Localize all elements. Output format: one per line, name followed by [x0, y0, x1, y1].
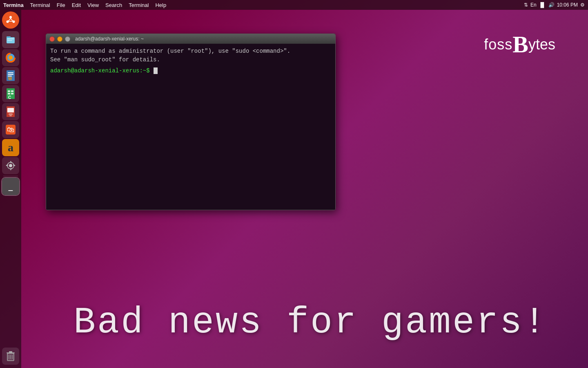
terminal-prompt-line: adarsh@adarsh-xenial-xerus:~$	[50, 67, 331, 75]
window-minimize-button[interactable]	[57, 36, 62, 42]
sidebar-divider	[3, 176, 18, 176]
menu-terminal-app[interactable]: Termina	[0, 0, 27, 10]
ubuntu-software-icon[interactable]: 🛍	[2, 121, 19, 138]
terminal-window-title: adarsh@adarsh-xenial-xerus: ~	[75, 36, 144, 42]
menu-terminal2[interactable]: Terminal	[125, 0, 152, 10]
svg-text:C: C	[8, 95, 11, 100]
battery-icon[interactable]: ▐▌	[539, 2, 546, 8]
files-icon[interactable]	[2, 31, 19, 48]
logo-foss: foss	[484, 36, 512, 53]
libreoffice-impress-icon[interactable]	[2, 103, 19, 120]
svg-text:W: W	[8, 76, 12, 81]
terminal-window[interactable]: adarsh@adarsh-xenial-xerus: ~ To run a c…	[46, 34, 336, 210]
ubuntu-logo-button[interactable]	[2, 11, 19, 29]
terminal-info-line1: To run a command as administrator (user …	[50, 47, 331, 56]
trash-icon[interactable]	[2, 348, 19, 365]
svg-rect-19	[11, 93, 13, 94]
menu-terminal[interactable]: Terminal	[27, 0, 53, 10]
svg-rect-24	[9, 115, 12, 116]
desktop-headline: Bad news for gamers!	[33, 302, 588, 343]
svg-rect-16	[8, 90, 10, 92]
language-indicator[interactable]: En	[530, 2, 537, 8]
terminal-info-line2: See "man sudo_root" for details.	[50, 56, 331, 64]
menu-items: Termina Terminal File Edit View Search T…	[0, 0, 524, 10]
svg-text:🛍: 🛍	[7, 126, 14, 134]
logo-ytes: ytes	[528, 36, 555, 53]
terminal-body[interactable]: To run a command as administrator (user …	[46, 44, 335, 210]
terminal-launcher[interactable]: _	[2, 178, 19, 195]
svg-rect-31	[9, 351, 12, 352]
logo-B: B	[512, 33, 528, 56]
trash-icon-container[interactable]	[2, 348, 19, 365]
window-close-button[interactable]	[49, 36, 55, 42]
menu-edit[interactable]: Edit	[69, 0, 84, 10]
system-tray: ⇅ En ▐▌ 🔊 10:06 PM ⚙	[524, 2, 588, 8]
svg-rect-22	[7, 108, 14, 112]
libreoffice-writer-icon[interactable]: W	[2, 67, 19, 84]
system-settings-launcher[interactable]	[2, 157, 19, 174]
menu-file[interactable]: File	[53, 0, 69, 10]
firefox-icon[interactable]	[2, 49, 19, 66]
svg-rect-18	[8, 93, 10, 94]
terminal-cursor	[154, 67, 158, 74]
svg-rect-23	[9, 114, 13, 114]
window-maximize-button[interactable]	[65, 36, 70, 42]
svg-rect-7	[7, 40, 12, 41]
menu-search[interactable]: Search	[102, 0, 125, 10]
terminal-titlebar: adarsh@adarsh-xenial-xerus: ~	[46, 34, 335, 44]
top-menu-bar: Termina Terminal File Edit View Search T…	[0, 0, 588, 10]
svg-point-9	[9, 56, 13, 60]
menu-help[interactable]: Help	[152, 0, 169, 10]
svg-rect-17	[11, 90, 13, 92]
amazon-label: a	[8, 141, 13, 154]
libreoffice-calc-icon[interactable]: C	[2, 85, 19, 102]
clock: 10:06 PM	[557, 2, 578, 8]
fossbytes-logo: foss B ytes	[484, 33, 555, 56]
amazon-icon[interactable]: a	[2, 139, 19, 156]
svg-point-1	[9, 16, 12, 18]
launcher-sidebar: W C 🛍 a	[0, 10, 21, 368]
system-settings-icon[interactable]: ⚙	[580, 2, 585, 8]
volume-icon[interactable]: 🔊	[548, 2, 555, 8]
terminal-prompt-text: adarsh@adarsh-xenial-xerus:~$	[50, 67, 150, 74]
svg-rect-12	[8, 74, 13, 75]
network-icon[interactable]: ⇅	[524, 2, 528, 8]
svg-rect-11	[8, 72, 13, 73]
terminal-symbol: _	[9, 182, 13, 191]
menu-view[interactable]: View	[84, 0, 102, 10]
svg-rect-30	[7, 352, 15, 353]
svg-rect-5	[7, 36, 11, 38]
svg-point-27	[9, 164, 12, 167]
svg-rect-6	[7, 38, 14, 39]
